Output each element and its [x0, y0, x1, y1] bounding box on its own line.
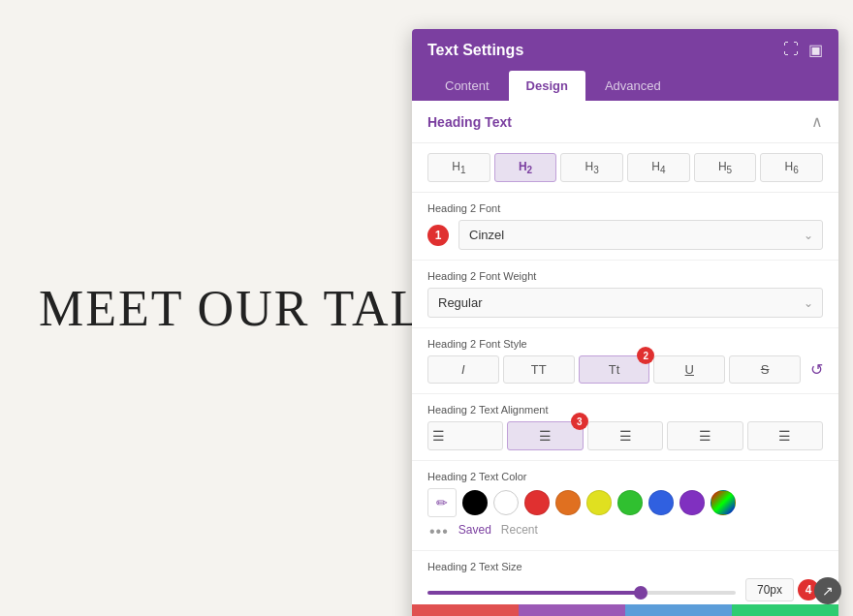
underline-button[interactable]: U: [653, 355, 725, 384]
size-control: 70px 4: [427, 578, 823, 601]
panel-header-icons: ⛶ ▣: [783, 41, 823, 59]
step-badge-2: 2: [637, 347, 654, 364]
alignment-button-group: ☰ ☰ 3 ☰ ☰ ☰: [427, 421, 823, 450]
panel-tabs: Content Design Advanced: [412, 71, 838, 101]
section-title: Heading Text: [427, 114, 512, 130]
step-badge-1: 1: [427, 225, 449, 246]
font-weight-row: Heading 2 Font Weight Regular Bold Light…: [412, 261, 838, 328]
h1-button[interactable]: H1: [427, 153, 490, 182]
color-swatch-purple[interactable]: [679, 490, 705, 515]
size-label: Heading 2 Text Size: [427, 561, 823, 572]
color-saved-label[interactable]: Saved: [458, 523, 491, 540]
font-label: Heading 2 Font: [427, 202, 823, 214]
color-recent-label[interactable]: Recent: [501, 523, 538, 540]
alignment-row: Heading 2 Text Alignment ☰ ☰ 3 ☰ ☰ ☰: [412, 394, 838, 461]
font-select[interactable]: Cinzel Arial Georgia: [458, 220, 823, 250]
color-picker-button[interactable]: ✏: [427, 488, 457, 517]
tab-content[interactable]: Content: [427, 71, 507, 101]
panel-title: Text Settings: [427, 42, 523, 59]
color-swatch-green[interactable]: [617, 490, 643, 515]
align-justify2-button[interactable]: ☰: [747, 421, 823, 450]
align-left-button[interactable]: ☰: [427, 421, 503, 450]
h2-button[interactable]: H2: [494, 153, 557, 182]
save-button[interactable]: ✓: [732, 604, 838, 616]
step-badge-3: 3: [571, 413, 588, 430]
h3-button[interactable]: H3: [560, 153, 623, 182]
panel-header: Text Settings ⛶ ▣: [412, 29, 838, 71]
reset-button[interactable]: ↺: [519, 604, 625, 616]
capitalize-button[interactable]: Tt 2: [579, 355, 650, 384]
size-slider-wrapper: [427, 581, 736, 599]
font-row: Heading 2 Font 1 Cinzel Arial Georgia ⌄: [412, 193, 838, 261]
color-row: Heading 2 Text Color ✏ ••• Saved Recent: [412, 461, 838, 551]
redo-button[interactable]: ↻: [625, 604, 732, 616]
color-meta: ••• Saved Recent: [427, 523, 823, 540]
size-value-display: 70px: [745, 578, 794, 601]
color-swatch-gradient[interactable]: [711, 490, 736, 515]
italic-button[interactable]: I: [427, 355, 499, 384]
font-weight-label: Heading 2 Font Weight: [427, 270, 823, 282]
alignment-label: Heading 2 Text Alignment: [427, 404, 823, 416]
section-toggle-icon[interactable]: ∧: [811, 112, 823, 131]
font-style-controls: I TT Tt 2 U S ↺: [427, 355, 823, 384]
tab-design[interactable]: Design: [509, 71, 585, 101]
cancel-button[interactable]: ✕: [412, 604, 519, 616]
font-style-row: Heading 2 Font Style I TT Tt 2 U S ↺: [412, 328, 838, 394]
h4-button[interactable]: H4: [627, 153, 690, 182]
color-swatch-red[interactable]: [524, 490, 550, 515]
align-justify-button[interactable]: ☰: [667, 421, 742, 450]
size-row: Heading 2 Text Size 70px 4: [412, 551, 838, 604]
fullscreen-icon[interactable]: ⛶: [783, 41, 799, 59]
style-button-group: I TT Tt 2 U S: [427, 355, 801, 384]
panel-body: Heading Text ∧ H1 H2 H3 H4 H5 H6 Heading…: [412, 101, 838, 604]
font-weight-select[interactable]: Regular Bold Light: [427, 288, 823, 318]
strikethrough-button[interactable]: S: [729, 355, 801, 384]
heading-levels: H1 H2 H3 H4 H5 H6: [412, 143, 838, 193]
tab-advanced[interactable]: Advanced: [587, 71, 679, 101]
color-swatch-orange[interactable]: [555, 490, 581, 515]
corner-icon: ↗: [814, 577, 841, 604]
color-swatches: ✏: [427, 488, 823, 517]
section-header: Heading Text ∧: [412, 101, 838, 143]
uppercase-button[interactable]: TT: [503, 355, 575, 384]
panel-footer: ✕ ↺ ↻ ✓: [412, 604, 838, 616]
color-swatch-yellow[interactable]: [586, 490, 612, 515]
color-swatch-white[interactable]: [493, 490, 519, 515]
font-style-label: Heading 2 Font Style: [427, 338, 823, 350]
h6-button[interactable]: H6: [760, 153, 823, 182]
color-swatch-black[interactable]: [462, 490, 488, 515]
color-swatch-blue[interactable]: [648, 490, 674, 515]
size-slider[interactable]: [427, 591, 736, 595]
size-value-box: 70px 4: [745, 578, 823, 601]
align-right-button[interactable]: ☰: [587, 421, 663, 450]
color-more-dots[interactable]: •••: [429, 523, 449, 540]
columns-icon[interactable]: ▣: [808, 41, 823, 59]
font-style-reset-icon[interactable]: ↺: [810, 360, 823, 379]
h5-button[interactable]: H5: [694, 153, 757, 182]
align-center-button[interactable]: ☰ 3: [507, 421, 583, 450]
text-settings-panel: Text Settings ⛶ ▣ Content Design Advance…: [412, 29, 838, 616]
color-label: Heading 2 Text Color: [427, 471, 823, 482]
